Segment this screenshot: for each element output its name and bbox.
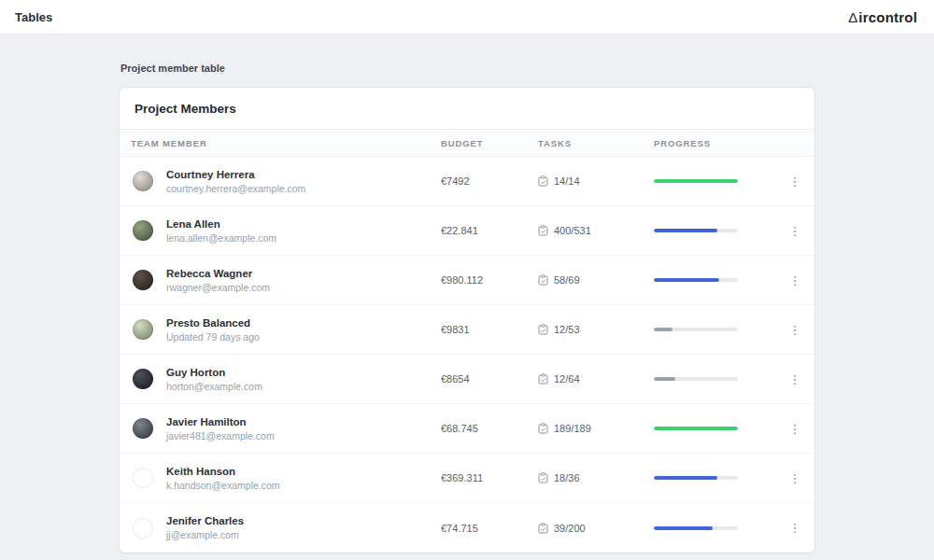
member-name: Courtney Herrera [166, 169, 305, 180]
progress-bar [654, 278, 738, 282]
project-members-card: Project Members Team Member Budget Tasks… [120, 88, 814, 553]
main-content: Project member table Project Members Tea… [0, 35, 934, 553]
avatar [133, 319, 153, 340]
budget-value: €8654 [441, 373, 538, 385]
row-menu-button[interactable]: ⋮ [786, 220, 803, 241]
row-menu-button[interactable]: ⋮ [786, 418, 803, 439]
column-header-budget: Budget [441, 138, 538, 148]
row-menu-button[interactable]: ⋮ [786, 369, 803, 389]
member-name: Jenifer Charles [166, 515, 244, 526]
progress-bar [654, 476, 738, 480]
avatar [133, 468, 153, 488]
progress-bar-fill [654, 526, 713, 530]
brand-logo-text: ircontrol [858, 9, 917, 25]
member-subtext: jj@example.com [166, 529, 244, 540]
table-row[interactable]: Javier Hamilton javier481@example.com €6… [120, 404, 814, 454]
tasks-cell: 58/69 [538, 274, 654, 286]
progress-bar-fill [654, 476, 717, 480]
member-cell: Jenifer Charles jj@example.com [131, 515, 441, 540]
tasks-value: 14/14 [554, 175, 580, 187]
clipboard-icon [538, 472, 548, 483]
tasks-cell: 12/64 [538, 373, 654, 385]
avatar [133, 270, 153, 290]
progress-bar-fill [654, 427, 738, 430]
progress-bar [654, 377, 738, 381]
member-subtext: courtney.herrera@example.com [166, 183, 305, 194]
tasks-cell: 39/200 [538, 523, 654, 534]
progress-bar-fill [654, 229, 717, 232]
tasks-cell: 12/53 [538, 324, 654, 335]
member-cell: Lena Allen lena.allen@example.com [131, 218, 441, 244]
row-menu-button[interactable]: ⋮ [786, 270, 803, 290]
table-header-row: Team Member Budget Tasks Progress [120, 129, 814, 157]
column-header-progress: Progress [654, 138, 785, 148]
member-cell: Courtney Herrera courtney.herrera@exampl… [131, 169, 441, 194]
avatar [133, 518, 153, 539]
clipboard-icon [538, 225, 548, 236]
tasks-cell: 14/14 [538, 175, 654, 187]
brand-logo-glyph: Δ [848, 9, 857, 25]
progress-bar-fill [654, 179, 738, 183]
row-menu-button[interactable]: ⋮ [786, 171, 803, 191]
budget-value: €74.715 [441, 523, 538, 534]
member-name: Rebecca Wagner [166, 268, 270, 279]
table-row[interactable]: Keith Hanson k.handson@example.com €369.… [120, 454, 814, 503]
clipboard-icon [538, 324, 548, 335]
table-row[interactable]: Guy Horton horton@example.com €8654 12/6… [120, 355, 814, 404]
table-row[interactable]: Presto Balanced Updated 79 days ago €983… [120, 305, 814, 355]
row-menu-button[interactable]: ⋮ [786, 518, 803, 539]
member-subtext: horton@example.com [166, 381, 262, 392]
tasks-value: 18/36 [554, 472, 580, 483]
member-cell: Javier Hamilton javier481@example.com [131, 416, 441, 441]
progress-bar [654, 427, 738, 430]
table-row[interactable]: Rebecca Wagner rwagner@example.com €980.… [120, 256, 814, 305]
page-title: Tables [15, 10, 52, 24]
tasks-cell: 189/189 [538, 423, 654, 434]
progress-bar [654, 229, 738, 232]
row-menu-button[interactable]: ⋮ [786, 468, 803, 488]
table-row[interactable]: Lena Allen lena.allen@example.com €22.84… [120, 206, 814, 256]
avatar [133, 171, 153, 191]
progress-bar-fill [654, 278, 719, 282]
budget-value: €980.112 [441, 274, 538, 286]
tasks-value: 39/200 [554, 523, 586, 534]
brand-logo: Δircontrol [848, 9, 917, 25]
topbar: Tables Δircontrol [0, 0, 934, 35]
member-cell: Guy Horton horton@example.com [131, 367, 441, 392]
tasks-value: 12/64 [554, 373, 580, 385]
tasks-value: 12/53 [554, 324, 580, 335]
member-name: Keith Hanson [166, 466, 280, 477]
member-name: Guy Horton [166, 367, 262, 378]
clipboard-icon [538, 175, 548, 187]
section-label: Project member table [120, 63, 934, 74]
member-name: Lena Allen [166, 218, 276, 230]
member-cell: Presto Balanced Updated 79 days ago [131, 317, 441, 343]
tasks-cell: 18/36 [538, 472, 654, 483]
budget-value: €68.745 [441, 423, 538, 434]
member-subtext: lena.allen@example.com [166, 232, 276, 244]
member-cell: Keith Hanson k.handson@example.com [131, 466, 441, 491]
row-menu-button[interactable]: ⋮ [786, 319, 803, 340]
progress-bar [654, 526, 738, 530]
member-subtext: k.handson@example.com [166, 480, 280, 491]
avatar [133, 220, 153, 241]
member-subtext: rwagner@example.com [166, 282, 270, 293]
table-row[interactable]: Courtney Herrera courtney.herrera@exampl… [120, 157, 814, 206]
avatar [133, 418, 153, 439]
table-row[interactable]: Jenifer Charles jj@example.com €74.715 3… [120, 503, 814, 553]
budget-value: €9831 [441, 324, 538, 335]
tasks-value: 58/69 [554, 274, 580, 286]
member-cell: Rebecca Wagner rwagner@example.com [131, 268, 441, 293]
progress-bar [654, 328, 738, 331]
column-header-team-member: Team Member [131, 138, 441, 148]
clipboard-icon [538, 423, 548, 434]
progress-bar-fill [654, 328, 672, 331]
member-subtext: javier481@example.com [166, 430, 275, 441]
card-title: Project Members [120, 88, 814, 129]
clipboard-icon [538, 373, 548, 385]
tasks-value: 189/189 [554, 423, 591, 434]
member-name: Javier Hamilton [166, 416, 275, 427]
budget-value: €7492 [441, 175, 538, 187]
tasks-value: 400/531 [554, 225, 591, 236]
clipboard-icon [538, 274, 548, 286]
